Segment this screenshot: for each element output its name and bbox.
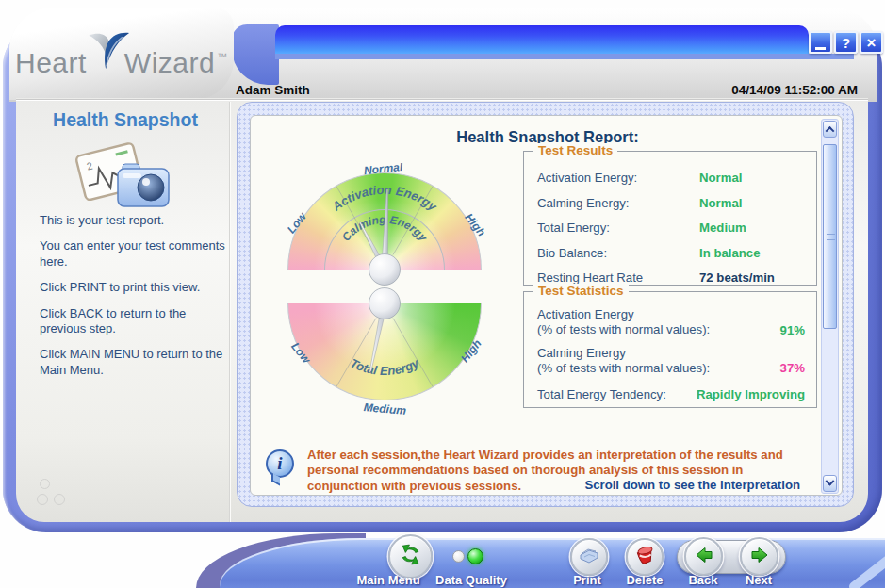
result-row: Activation Energy: Normal	[537, 171, 805, 185]
statistic-row: Calming Energy (% of tests with normal v…	[537, 346, 805, 376]
trash-bucket-icon	[634, 545, 656, 570]
printer-icon	[578, 545, 600, 569]
instruction-text: Click PRINT to print this view.	[40, 280, 228, 295]
total-energy-arc-label: Total Energy	[348, 355, 422, 378]
instruction-text: This is your test report.	[40, 213, 228, 228]
gauge-overlay: Activation Energy Calming Energy Total E…	[287, 163, 486, 423]
scrollbar-grip-icon	[827, 234, 835, 241]
window-controls: ? ×	[809, 31, 883, 54]
statistic-sublabel: (% of tests with normal values):	[537, 361, 710, 376]
close-icon: ×	[867, 35, 877, 51]
result-label: Bio Balance:	[537, 246, 699, 260]
instruction-text: Click MAIN MENU to return to the Main Me…	[40, 347, 228, 378]
scrollbar-down-button[interactable]	[823, 475, 837, 492]
back-button[interactable]	[684, 537, 723, 576]
help-icon: ?	[842, 35, 850, 51]
data-quality-led-off	[452, 550, 465, 563]
trademark-symbol: ™	[217, 51, 227, 62]
statistic-value: 91%	[780, 323, 805, 337]
brand-word-wizard: Wizard	[124, 49, 215, 77]
title-bar	[275, 25, 809, 54]
result-row: Resting Heart Rate 72 beats/min	[537, 270, 805, 285]
delete-button[interactable]	[626, 538, 664, 576]
minimize-button[interactable]	[809, 31, 832, 54]
report-panel: Health Snapshot Report:	[237, 102, 854, 507]
patient-name: Adam Smith	[236, 83, 310, 97]
brand-logo: Heart Wizard ™	[15, 23, 227, 77]
data-quality-label: Data Quality	[424, 573, 518, 587]
scrollbar-thumb[interactable]	[823, 144, 837, 329]
tendency-value: Rapidly Improving	[697, 387, 805, 401]
top-gauge-tick-high: High	[462, 211, 486, 239]
sidebar-title: Health Snapshot	[25, 109, 226, 131]
result-label: Total Energy:	[537, 220, 699, 235]
statistic-label: Activation Energy	[537, 307, 710, 322]
top-gauge-tick-normal: Normal	[363, 163, 403, 177]
bottom-gauge-tick-medium: Medium	[363, 400, 407, 417]
instruction-text: You can enter your test comments here.	[40, 238, 228, 270]
result-value: In balance	[699, 246, 761, 260]
bottom-gauge-tick-low: Low	[288, 340, 313, 367]
arrow-left-icon	[694, 545, 714, 569]
statistic-value: 37%	[780, 361, 805, 375]
top-gauge-tick-low: Low	[287, 209, 309, 236]
header-divider	[16, 99, 868, 100]
instruction-text: Click BACK to return to the previous ste…	[40, 306, 228, 337]
activation-arc-label: Activation Energy	[329, 183, 440, 214]
main-menu-label: Main Menu	[341, 573, 435, 587]
result-row: Bio Balance: In balance	[537, 246, 805, 260]
tendency-row: Total Energy Tendency: Rapidly Improving	[537, 387, 805, 401]
statistic-row: Activation Energy (% of tests with norma…	[537, 307, 805, 337]
main-menu-arrows-icon	[398, 542, 423, 571]
scrollbar-up-button[interactable]	[823, 121, 837, 138]
help-button[interactable]: ?	[834, 31, 858, 54]
chevron-down-icon	[826, 476, 835, 485]
energy-gauges: Activation Energy Calming Energy Total E…	[287, 163, 486, 423]
result-row: Calming Energy: Normal	[537, 196, 805, 210]
test-results-legend: Test Results	[533, 143, 617, 157]
print-button[interactable]	[570, 538, 608, 576]
decorative-circle	[37, 494, 48, 505]
top-gauge-hub	[369, 254, 401, 286]
snapshot-camera-icon: 2	[66, 138, 183, 224]
result-value: Normal	[699, 196, 742, 210]
result-row: Total Energy: Medium	[537, 220, 805, 235]
statistic-label: Calming Energy	[537, 346, 710, 361]
chevron-up-icon	[826, 125, 835, 135]
test-statistics-box: Test Statistics Activation Energy (% of …	[523, 291, 817, 408]
app-window: ? × Heart Wizard ™ Adam Sm	[0, 0, 885, 588]
session-datetime: 04/14/09 11:52:00 AM	[731, 83, 858, 97]
next-button[interactable]	[740, 537, 778, 576]
result-value: Medium	[699, 220, 746, 235]
statistic-sublabel: (% of tests with normal values):	[537, 322, 710, 337]
scroll-hint: Scroll down to see the interpretation	[584, 478, 800, 492]
heart-swoosh-icon	[75, 28, 138, 87]
sidebar: Health Snapshot 2	[25, 104, 226, 524]
test-statistics-legend: Test Statistics	[533, 284, 629, 298]
scrollbar[interactable]	[821, 119, 839, 494]
decorative-circle	[54, 494, 65, 505]
bottom-gauge-tick-high: High	[458, 337, 483, 366]
decorative-circle	[40, 479, 50, 489]
sidebar-instructions: This is your test report. You can enter …	[40, 213, 228, 388]
result-label: Resting Heart Rate	[537, 270, 699, 285]
result-label: Calming Energy:	[537, 196, 699, 210]
close-button[interactable]: ×	[860, 31, 883, 54]
title-bar-strip	[275, 54, 854, 59]
report-content: Health Snapshot Report:	[250, 115, 843, 496]
sidebar-divider	[229, 102, 230, 522]
main-menu-button[interactable]	[388, 534, 433, 579]
minimize-icon	[815, 47, 826, 50]
bottom-gauge-hub	[369, 288, 401, 319]
next-label: Next	[712, 573, 806, 587]
arrow-right-icon	[749, 545, 770, 569]
test-results-box: Test Results Activation Energy: Normal C…	[523, 151, 817, 286]
result-value: Normal	[699, 171, 742, 185]
result-value: 72 beats/min	[699, 270, 775, 285]
result-label: Activation Energy:	[537, 171, 699, 185]
tendency-label: Total Energy Tendency:	[537, 387, 666, 401]
data-quality-led-on	[467, 548, 483, 564]
info-icon: i	[264, 448, 296, 485]
